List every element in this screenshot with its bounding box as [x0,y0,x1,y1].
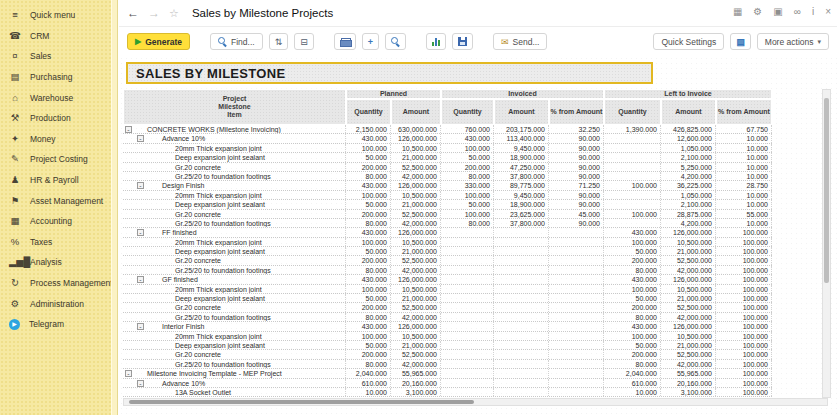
row-value-cell[interactable]: 126,000.000 [661,228,716,236]
row-value-cell[interactable] [549,350,604,358]
sidebar-item-administration[interactable]: ⚙Administration [0,293,117,314]
row-value-cell[interactable]: 126,000.000 [661,322,716,330]
row-value-cell[interactable]: 203,175.000 [494,125,549,133]
table-row[interactable]: Gr.25/20 to foundation footings80.00042,… [123,360,772,369]
row-value-cell[interactable] [441,247,494,255]
table-row[interactable]: Gr.20 concrete200.00052,500.000200.00047… [123,163,772,172]
horizontal-scrollbar-thumb[interactable] [129,400,474,404]
row-value-cell[interactable]: 200.000 [346,350,391,358]
row-value-cell[interactable]: 21,000.000 [391,341,441,349]
row-value-cell[interactable]: 50.000 [441,200,494,208]
row-value-cell[interactable]: 90.000 [549,134,604,142]
row-value-cell[interactable] [549,238,604,246]
table-row[interactable]: Gr.20 concrete200.00052,500.000200.00052… [123,350,772,359]
row-name-cell[interactable]: 20mm Thick expansion joint [123,285,346,293]
row-name-cell[interactable]: Deep expansion joint sealant [123,153,346,161]
row-value-cell[interactable]: 90.000 [549,153,604,161]
row-value-cell[interactable] [494,247,549,255]
row-value-cell[interactable]: 100.000 [716,266,772,274]
row-value-cell[interactable]: 200.000 [604,350,661,358]
sidebar-item-sales[interactable]: ¤Sales [0,46,117,67]
row-value-cell[interactable]: 610.000 [346,379,391,387]
table-row[interactable]: -Advance 10%430.000126,000.000430.000113… [123,134,772,143]
row-value-cell[interactable]: 200.000 [346,303,391,311]
row-value-cell[interactable]: 100.000 [441,210,494,218]
row-value-cell[interactable]: 100.000 [346,332,391,340]
row-value-cell[interactable] [494,294,549,302]
row-value-cell[interactable] [604,163,661,171]
row-value-cell[interactable]: 10.000 [716,219,772,227]
row-value-cell[interactable] [549,275,604,283]
row-value-cell[interactable]: 2,040.000 [346,369,391,377]
link-icon[interactable]: ∞ [794,6,801,18]
row-value-cell[interactable]: 42,000.000 [391,172,441,180]
sidebar-item-hr-payroll[interactable]: ♟HR & Payroll [0,170,117,191]
row-value-cell[interactable]: 200.000 [346,210,391,218]
print-button[interactable] [334,33,356,50]
row-value-cell[interactable] [604,219,661,227]
row-value-cell[interactable] [494,238,549,246]
row-value-cell[interactable]: 45.000 [549,210,604,218]
row-name-cell[interactable]: -Advance 10% [123,134,346,142]
close-icon[interactable]: × [825,6,831,18]
row-value-cell[interactable] [494,360,549,368]
row-name-cell[interactable]: -Design Finish [123,181,346,189]
row-value-cell[interactable]: 2,100.000 [661,153,716,161]
row-value-cell[interactable]: 28.750 [716,181,772,189]
row-name-cell[interactable]: Gr.20 concrete [123,256,346,264]
row-value-cell[interactable]: 50.000 [346,153,391,161]
row-value-cell[interactable] [549,313,604,321]
preview-button[interactable] [385,33,406,50]
row-value-cell[interactable]: 80.000 [441,219,494,227]
sidebar-item-crm[interactable]: ☎CRM [0,26,117,47]
row-value-cell[interactable]: 100.000 [716,360,772,368]
row-value-cell[interactable] [441,313,494,321]
row-value-cell[interactable]: 80.000 [441,172,494,180]
collapse-expander-icon[interactable]: - [137,276,144,283]
more-actions-button[interactable]: More actions ▾ [757,33,829,50]
table-row[interactable]: -FF finished430.000126,000.000430.000126… [123,228,772,237]
row-value-cell[interactable]: 200.000 [604,256,661,264]
row-value-cell[interactable]: 1,050.000 [661,191,716,199]
row-value-cell[interactable] [441,341,494,349]
find-button[interactable]: Find... [210,33,263,50]
row-name-cell[interactable]: Deep expansion joint sealant [123,341,346,349]
row-value-cell[interactable]: 200.000 [346,163,391,171]
row-value-cell[interactable]: 47,250.000 [494,163,549,171]
row-value-cell[interactable]: 10.000 [716,153,772,161]
collapse-expander-icon[interactable]: - [137,380,144,387]
row-value-cell[interactable] [604,200,661,208]
sidebar-item-asset-management[interactable]: ⚑Asset Management [0,190,117,211]
row-value-cell[interactable]: 67.750 [716,125,772,133]
row-value-cell[interactable] [604,191,661,199]
sidebar-item-production[interactable]: ⚒Production [0,108,117,129]
row-value-cell[interactable]: 80.000 [604,313,661,321]
row-value-cell[interactable]: 50.000 [604,341,661,349]
row-value-cell[interactable]: 113,400.000 [494,134,549,142]
row-value-cell[interactable] [441,266,494,274]
row-value-cell[interactable]: 4,200.000 [661,172,716,180]
row-value-cell[interactable]: 80.000 [346,172,391,180]
row-name-cell[interactable]: Deep expansion joint sealant [123,247,346,255]
row-value-cell[interactable]: 18,900.000 [494,200,549,208]
row-value-cell[interactable]: 90.000 [549,191,604,199]
row-value-cell[interactable]: 10.000 [346,388,391,396]
row-value-cell[interactable] [549,303,604,311]
row-value-cell[interactable]: 10.000 [716,172,772,180]
row-value-cell[interactable]: 200.000 [346,256,391,264]
row-value-cell[interactable]: 12,600.000 [661,134,716,142]
table-row[interactable]: -CONCRETE WORKS (Milestone Invoicing)2,1… [123,125,772,134]
row-value-cell[interactable]: 430.000 [346,322,391,330]
row-value-cell[interactable] [494,285,549,293]
row-name-cell[interactable]: Gr.25/20 to foundation footings [123,219,346,227]
row-value-cell[interactable]: 10,500.000 [391,238,441,246]
row-value-cell[interactable]: 23,625.000 [494,210,549,218]
row-value-cell[interactable] [549,379,604,387]
row-value-cell[interactable]: 630,000.000 [391,125,441,133]
sidebar-item-process-management[interactable]: ↻Process Management [0,273,117,294]
row-value-cell[interactable]: 430.000 [346,228,391,236]
sidebar-item-analysis[interactable]: ▂▅█Analysis [0,252,117,273]
table-row[interactable]: Deep expansion joint sealant50.00021,000… [123,247,772,256]
table-row[interactable]: Deep expansion joint sealant50.00021,000… [123,153,772,162]
row-value-cell[interactable]: 2,040.000 [604,369,661,377]
